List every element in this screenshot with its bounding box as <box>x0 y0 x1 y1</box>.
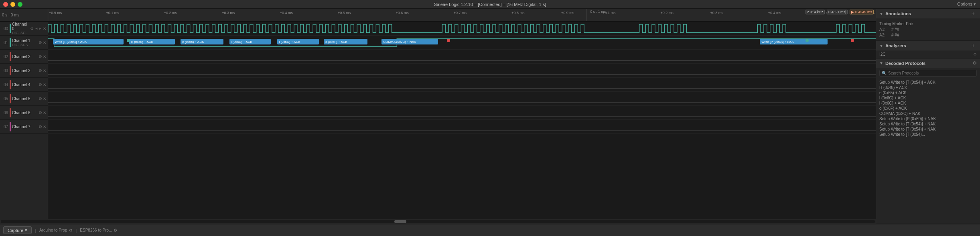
decoded-protocols-gear[interactable]: ⚙ <box>973 61 977 66</box>
ruler-separator <box>586 9 586 21</box>
title-bar: Saleae Logic 1.2.10 – [Connected] – [16 … <box>0 0 980 9</box>
capture-label: Capture <box>8 228 23 233</box>
ch7-gear[interactable]: ⚙ <box>39 125 42 129</box>
i2c-gear-icon[interactable]: ⚙ <box>973 52 977 56</box>
time-marker-8: +0.8 ms <box>511 11 524 15</box>
time-marker-0: +0.9 ms <box>49 11 62 15</box>
ch0-close[interactable]: ✕ <box>43 26 46 31</box>
decoded-protocols-title: Decoded Protocols <box>885 61 973 66</box>
protocol-item-4[interactable]: l (0x6C) + ACK <box>879 101 977 106</box>
annotations-chevron: ▼ <box>879 12 883 16</box>
search-protocols-box[interactable]: 🔍 <box>879 70 977 77</box>
annotation-row-a1: A1: # ## <box>879 27 977 32</box>
ruler-left-time: 0 s : 0 ms <box>2 13 19 17</box>
protocol-item-10[interactable]: Setup Write to [T (0x54)... <box>879 132 977 137</box>
protocol-item-0[interactable]: Setup Write to [T (0x54)] + ACK <box>879 80 977 85</box>
track-1: Write [T (0x54)] + ACK H (0x48) + ACK e … <box>48 36 876 50</box>
ch0-arrow-left[interactable]: ◄ <box>34 26 38 30</box>
channel-row-6: 06 Channel 6 ⚙ ✕ <box>0 106 48 120</box>
ch2-close[interactable]: ✕ <box>43 54 46 59</box>
ruler-right-time: 0 s : 1 ms <box>590 10 606 14</box>
ch0-arrow-right[interactable]: ► <box>39 26 42 30</box>
ch4-waveform <box>48 78 876 91</box>
analyzers-header[interactable]: ▼ Analyzers + <box>876 41 980 50</box>
ch5-indicator <box>10 94 11 103</box>
time-display: 2.314 kHz 0.4321 ms| ▶ 0.4249 ms <box>806 10 874 14</box>
protocol-item-7[interactable]: Setup Write to [P (0x50)] + NAK <box>879 116 977 121</box>
ch5-waveform <box>48 92 876 105</box>
close-button[interactable] <box>3 2 8 7</box>
device1-gear[interactable]: ⚙ <box>69 228 73 232</box>
scrollbar-thumb[interactable] <box>394 220 406 223</box>
ruler-area: 0 s : 0 ms +0.9 ms +0.1 ms +0.2 ms +0.3 … <box>0 9 876 22</box>
horizontal-scrollbar[interactable] <box>0 219 876 224</box>
ch6-waveform <box>48 106 876 119</box>
protocol-item-6[interactable]: COMMA (0x2C) + NAK <box>879 111 977 116</box>
device1-label: Arduino to Prop ⚙ <box>39 228 73 232</box>
track-3 <box>48 64 876 78</box>
track-2 <box>48 50 876 64</box>
ch6-close[interactable]: ✕ <box>43 111 46 115</box>
waveform-tracks[interactable]: Write [T (0x54)] + ACK H (0x48) + ACK e … <box>48 22 876 219</box>
window-title: Saleae Logic 1.2.10 – [Connected] – [16 … <box>434 2 546 7</box>
device2-gear[interactable]: ⚙ <box>114 228 117 232</box>
protocol-item-3[interactable]: l (0x6C) + ACK <box>879 95 977 101</box>
ch5-close[interactable]: ✕ <box>43 97 46 101</box>
analyzers-chevron: ▼ <box>879 44 883 48</box>
decoded-protocols-header[interactable]: ▼ Decoded Protocols ⚙ <box>876 58 980 68</box>
annotations-section: ▼ Annotations + Timing Marker Pair A1: #… <box>876 9 980 41</box>
channel-row-7: 07 Channel 7 ⚙ ✕ <box>0 120 48 134</box>
annotations-add-button[interactable]: + <box>972 11 975 16</box>
ch4-gear[interactable]: ⚙ <box>39 83 42 87</box>
protocol-item-5[interactable]: o (0x6F) + ACK <box>879 106 977 111</box>
ch7-indicator <box>10 122 11 131</box>
window-controls <box>3 2 22 7</box>
track-7 <box>48 120 876 134</box>
protocol-item-9[interactable]: Setup Write to [T (0x54)] + NAK <box>879 127 977 132</box>
ruler-left-label: 0 s : 0 ms <box>0 9 48 21</box>
protocol-item-8[interactable]: Setup Write to [T (0x54)] + NAK <box>879 121 977 127</box>
protocol-item-2[interactable]: e (0x65) + ACK <box>879 90 977 95</box>
ch1-gear[interactable]: ⚙ <box>39 40 42 45</box>
protocol-item-1[interactable]: H (0x48) + ACK <box>879 85 977 90</box>
timing-marker-pair: Timing Marker Pair <box>879 20 977 27</box>
ch0-waveform <box>48 22 876 35</box>
time-marker-r1: +0.2 ms <box>661 11 674 15</box>
ch4-close[interactable]: ✕ <box>43 83 46 87</box>
options-button[interactable]: Options ▾ <box>957 2 976 7</box>
ch7-close[interactable]: ✕ <box>43 125 46 129</box>
track-5 <box>48 92 876 106</box>
time-marker-4: +0.4 ms <box>280 11 293 15</box>
ch5-gear[interactable]: ⚙ <box>39 97 42 101</box>
search-protocols-input[interactable] <box>888 71 974 75</box>
ch1-indicator <box>10 38 11 47</box>
time-marker-1: +0.1 ms <box>106 11 119 15</box>
maximize-button[interactable] <box>18 2 22 7</box>
capture-button[interactable]: Capture ▾ <box>3 226 32 234</box>
minimize-button[interactable] <box>10 2 15 7</box>
decoded-protocols-section: ▼ Decoded Protocols ⚙ 🔍 Setup Write to [… <box>876 58 980 224</box>
scrollbar-track <box>1 220 875 223</box>
period-badge: 0.4321 ms| <box>827 10 848 14</box>
ruler-right-area: +0.9 ms +0.1 ms +0.2 ms +0.3 ms +0.4 ms … <box>48 9 876 21</box>
time-marker-6: +0.6 ms <box>396 11 408 15</box>
ch2-gear[interactable]: ⚙ <box>39 54 42 59</box>
ch3-close[interactable]: ✕ <box>43 69 46 73</box>
main-layout: 0 s : 0 ms +0.9 ms +0.1 ms +0.2 ms +0.3 … <box>0 9 980 224</box>
content-area: 0 s : 0 ms +0.9 ms +0.1 ms +0.2 ms +0.3 … <box>0 9 876 224</box>
ch7-waveform <box>48 120 876 133</box>
duration-badge: ▶ 0.4249 ms <box>850 10 874 14</box>
sda-dot-0 <box>127 39 130 42</box>
time-marker-3: +0.3 ms <box>222 11 235 15</box>
capture-arrow: ▾ <box>25 228 27 233</box>
ch1-close[interactable]: ✕ <box>43 40 46 45</box>
ch0-gear[interactable]: ⚙ <box>30 26 34 31</box>
ch3-gear[interactable]: ⚙ <box>39 69 42 73</box>
annotations-header[interactable]: ▼ Annotations + <box>876 9 980 18</box>
analyzers-add-button[interactable]: + <box>972 43 975 48</box>
channel-labels: 00 Channel 0 DIG: SCL ⚙ ◄ ► ✕ 01 <box>0 22 48 219</box>
channel-row-3: 03 Channel 3 ⚙ ✕ <box>0 64 48 78</box>
ch6-gear[interactable]: ⚙ <box>39 111 42 115</box>
time-marker-r2: +0.3 ms <box>710 11 723 15</box>
analyzers-section: ▼ Analyzers + I2C ⚙ <box>876 41 980 58</box>
